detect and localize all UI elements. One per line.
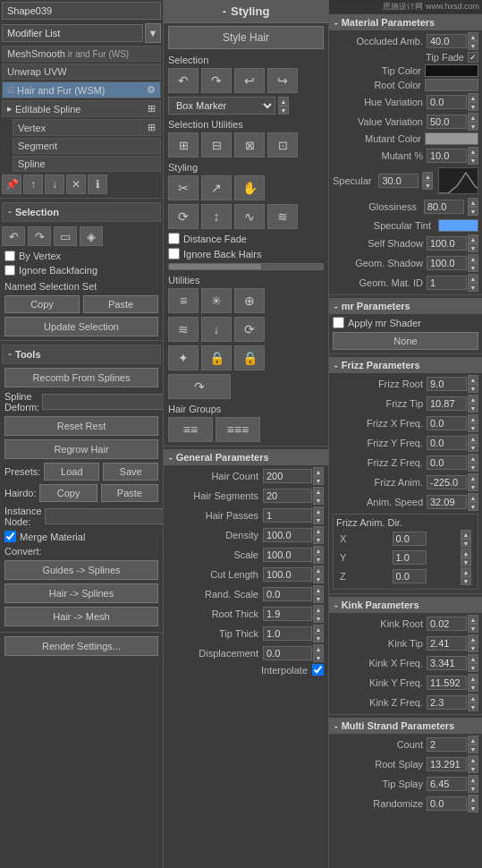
mod-editable-spline[interactable]: ▸ Editable Spline ⊞ [2,100,161,117]
hair-group-1[interactable]: ≡≡ [168,417,213,442]
util-icon-i[interactable]: 🔒 [234,345,265,370]
frizz-anim-input[interactable] [427,475,467,489]
merge-material-checkbox[interactable] [4,531,16,542]
spin-down[interactable]: ▼ [468,102,478,111]
spin-down[interactable]: ▼ [461,539,471,548]
spin-up[interactable]: ▲ [313,585,324,594]
ms-count-input[interactable] [427,737,467,752]
spin-down[interactable]: ▼ [313,515,324,524]
hairdo-copy-button[interactable]: Copy [39,484,97,502]
style-hair-button[interactable]: Style Hair [168,26,324,49]
geom-mat-id-input[interactable] [427,276,467,290]
spin-down[interactable]: ▼ [468,764,478,773]
modifier-list-dropdown[interactable]: ▼ [145,23,161,43]
density-input[interactable] [263,528,312,542]
sel-icon-vertex[interactable]: ◈ [80,226,103,246]
hair-count-input[interactable] [263,469,312,483]
sel-icon-rect[interactable]: ▭ [54,226,77,246]
styling-hand-icon[interactable]: ✋ [234,175,265,200]
spin-up[interactable]: ▲ [468,454,478,463]
spin-up[interactable]: ▲ [468,414,478,423]
root-color-swatch[interactable] [425,79,478,91]
spin-up[interactable]: ▲ [461,567,471,576]
spin-down[interactable]: ▼ [313,535,324,544]
distance-fade-checkbox[interactable] [168,233,180,244]
styling-extra2[interactable]: ↕ [201,204,232,229]
spin-up[interactable]: ▲ [313,487,324,496]
spin-down[interactable]: ▼ [468,683,478,692]
hair-splines-button[interactable]: Hair -> Splines [4,583,158,603]
specular-tint-swatch[interactable] [438,219,478,232]
spin-down[interactable]: ▼ [468,643,478,652]
ms-root-splay-input[interactable] [427,757,467,771]
spin-down[interactable]: ▼ [468,804,478,813]
tip-thick-input[interactable] [263,626,312,641]
spin-down[interactable]: ▼ [313,496,324,505]
spin-up[interactable]: ▲ [468,395,478,404]
frizz-x-input[interactable] [393,532,427,546]
mod-vertex[interactable]: Vertex ⊞ [13,119,161,136]
frizz-tip-input[interactable] [427,396,467,411]
spin-down[interactable]: ▼ [468,702,478,711]
frizz-z-freq-input[interactable] [427,455,467,470]
delete-btn[interactable]: ✕ [66,174,86,194]
mutant-color-swatch[interactable] [425,132,478,145]
util-icon-4[interactable]: ⊡ [267,132,298,157]
move-down-btn[interactable]: ↓ [45,174,64,194]
styling-extra1[interactable]: ⟳ [168,204,199,229]
spin-up[interactable]: ▲ [468,694,478,702]
spin-up[interactable]: ▲ [278,97,289,106]
hair-group-2[interactable]: ≡≡≡ [216,417,260,442]
geom-shadow-input[interactable] [427,256,467,270]
spin-up[interactable]: ▲ [468,674,478,683]
styling-arrow-icon[interactable]: ↗ [201,175,232,200]
hairdo-paste-button[interactable]: Paste [101,484,158,502]
util-icon-d[interactable]: ≋ [168,317,199,342]
load-button[interactable]: Load [44,463,99,481]
selection-header[interactable]: - Selection [2,202,161,222]
tools-header[interactable]: - Tools [2,345,161,364]
spin-up[interactable]: ▲ [461,549,471,557]
spin-down[interactable]: ▼ [468,784,478,793]
rand-scale-input[interactable] [263,587,312,601]
styling-extra3[interactable]: ∿ [234,204,265,229]
sel-rect-icon[interactable]: ↩ [234,68,265,93]
spin-down[interactable]: ▼ [468,463,478,472]
spin-down[interactable]: ▼ [313,614,324,623]
mod-spline[interactable]: Spline [13,156,161,172]
hair-passes-input[interactable] [263,508,312,523]
kink-x-freq-input[interactable] [427,656,467,670]
guides-splines-button[interactable]: Guides -> Splines [4,560,158,580]
tip-color-swatch[interactable] [425,64,478,77]
ms-randomize-input[interactable] [427,796,467,811]
spin-up[interactable]: ▲ [468,736,478,745]
spin-down[interactable]: ▼ [468,156,478,165]
specular-input[interactable] [378,174,419,188]
frizz-y-freq-input[interactable] [427,436,467,450]
spin-up[interactable]: ▲ [468,113,478,122]
spin-up[interactable]: ▲ [313,467,324,476]
kink-root-input[interactable] [427,617,467,631]
spin-down[interactable]: ▼ [461,576,471,585]
sel-paint-icon[interactable]: ↪ [267,68,298,93]
tip-fade-checkbox[interactable]: ✓ [468,52,478,63]
styling-extra4[interactable]: ≋ [267,204,298,229]
hair-mesh-button[interactable]: Hair -> Mesh [4,607,158,626]
spin-up[interactable]: ▲ [468,775,478,784]
mod-hair-fur[interactable]: ☑ Hair and Fur (WSM) ⚙ [2,81,161,98]
displacement-input[interactable] [263,646,312,660]
spin-down[interactable]: ▼ [422,181,433,190]
root-thick-input[interactable] [263,607,312,621]
spin-up[interactable]: ▲ [422,172,433,181]
sel-icon-loop[interactable]: ↶ [2,226,25,246]
spin-up[interactable]: ▲ [468,634,478,643]
spin-up[interactable]: ▲ [313,644,324,653]
spin-down[interactable]: ▼ [468,122,478,131]
apply-mr-shader-checkbox[interactable] [333,317,344,328]
frizz-x-freq-input[interactable] [427,416,467,430]
spin-down[interactable]: ▼ [468,745,478,753]
spin-down[interactable]: ▼ [468,502,478,511]
frizz-z-input[interactable] [393,569,427,583]
spin-down[interactable]: ▼ [278,106,289,115]
spin-down[interactable]: ▼ [313,653,324,662]
